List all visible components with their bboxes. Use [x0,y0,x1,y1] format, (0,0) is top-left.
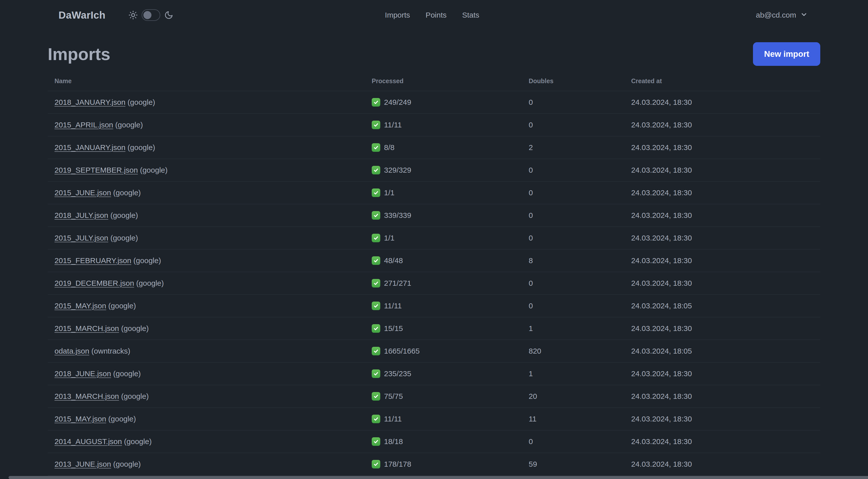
import-file-link[interactable]: 2018_JANUARY.json [55,98,125,106]
import-file-link[interactable]: 2014_AUGUST.json [55,437,122,446]
created-at-cell: 24.03.2024, 18:30 [624,317,820,340]
processed-count: 339/339 [384,211,411,220]
user-menu[interactable]: ab@cd.com [756,11,808,19]
created-at-cell: 24.03.2024, 18:30 [624,430,820,453]
theme-toggle-group [129,9,173,21]
processed-count: 15/15 [384,324,403,333]
import-file-link[interactable]: 2015_MAY.json [55,302,106,310]
import-source-label: (google) [113,188,141,197]
imports-table: Name Processed Doubles Created at 2018_J… [48,72,820,479]
table-row: 2015_MAY.json (google) 11/11 0 24.03.202… [48,295,820,317]
processed-cell: 339/339 [365,204,522,227]
import-file-link[interactable]: 2015_MARCH.json [55,324,119,332]
table-row: 2018_JUNE.json (google) 235/235 1 24.03.… [48,362,820,385]
import-source-label: (google) [133,256,161,265]
import-file-link[interactable]: 2015_JULY.json [55,234,108,242]
import-file-link[interactable]: 2015_MAY.json [55,415,106,423]
doubles-cell: 0 [522,204,624,227]
horizontal-scrollbar[interactable] [8,476,868,479]
success-check-icon [372,392,380,400]
import-file-link[interactable]: 2019_DECEMBER.json [55,279,134,287]
processed-count: 178/178 [384,460,411,469]
main-content: Imports New import Name Processed Double… [48,42,820,479]
doubles-cell: 0 [522,114,624,136]
toggle-knob [144,11,151,19]
success-check-icon [372,121,380,129]
doubles-cell: 0 [522,181,624,204]
processed-count: 235/235 [384,369,411,378]
processed-cell: 8/8 [365,136,522,159]
processed-cell: 15/15 [365,317,522,340]
doubles-cell: 2 [522,136,624,159]
name-cell: 2018_JULY.json (google) [48,204,365,227]
table-row: 2019_DECEMBER.json (google) 271/271 0 24… [48,272,820,295]
success-check-icon [372,347,380,355]
success-check-icon [372,369,380,378]
created-at-cell: 24.03.2024, 18:30 [624,408,820,430]
import-file-link[interactable]: 2015_FEBRUARY.json [55,256,131,265]
nav-link-imports[interactable]: Imports [385,11,410,19]
import-file-link[interactable]: 2013_MARCH.json [55,392,119,400]
processed-count: 11/11 [384,121,402,129]
sun-icon [129,10,137,20]
name-cell: 2015_JUNE.json (google) [48,181,365,204]
import-source-label: (google) [136,279,164,287]
processed-count: 8/8 [384,143,395,152]
imports-table-body: 2018_JANUARY.json (google) 249/249 0 24.… [48,91,820,479]
doubles-cell: 1 [522,317,624,340]
processed-cell: 271/271 [365,272,522,295]
created-at-cell: 24.03.2024, 18:30 [624,136,820,159]
import-file-link[interactable]: 2018_JULY.json [55,211,108,219]
processed-cell: 235/235 [365,362,522,385]
success-check-icon [372,460,380,469]
success-check-icon [372,188,380,197]
processed-count: 75/75 [384,392,403,400]
column-header-created-at: Created at [624,72,820,91]
import-file-link[interactable]: 2015_JUNE.json [55,188,111,197]
table-row: 2015_JULY.json (google) 1/1 0 24.03.2024… [48,227,820,249]
processed-cell: 11/11 [365,408,522,430]
processed-cell: 18/18 [365,430,522,453]
import-file-link[interactable]: 2019_SEPTEMBER.json [55,166,138,174]
nav-link-points[interactable]: Points [426,11,446,19]
processed-cell: 178/178 [365,453,522,476]
processed-cell: 1665/1665 [365,340,522,362]
import-file-link[interactable]: odata.json [55,347,89,355]
doubles-cell: 0 [522,272,624,295]
created-at-cell: 24.03.2024, 18:30 [624,204,820,227]
processed-count: 329/329 [384,166,411,174]
created-at-cell: 24.03.2024, 18:30 [624,91,820,114]
name-cell: 2015_FEBRUARY.json (google) [48,249,365,272]
name-cell: 2013_MARCH.json (google) [48,385,365,408]
import-source-label: (google) [110,234,138,242]
table-row: 2019_SEPTEMBER.json (google) 329/329 0 2… [48,159,820,181]
success-check-icon [372,211,380,220]
created-at-cell: 24.03.2024, 18:30 [624,227,820,249]
table-row: 2015_APRIL.json (google) 11/11 0 24.03.2… [48,114,820,136]
import-source-label: (google) [108,415,136,423]
name-cell: 2015_MAY.json (google) [48,295,365,317]
page-title: Imports [48,44,110,64]
import-file-link[interactable]: 2015_JANUARY.json [55,143,125,152]
nav-link-stats[interactable]: Stats [462,11,479,19]
created-at-cell: 24.03.2024, 18:30 [624,385,820,408]
doubles-cell: 0 [522,430,624,453]
import-file-link[interactable]: 2018_JUNE.json [55,369,111,378]
processed-count: 11/11 [384,302,402,310]
doubles-cell: 11 [522,408,624,430]
created-at-cell: 24.03.2024, 18:05 [624,340,820,362]
processed-count: 1665/1665 [384,347,420,355]
created-at-cell: 24.03.2024, 18:30 [624,453,820,476]
import-source-label: (google) [113,369,141,378]
doubles-cell: 0 [522,159,624,181]
import-source-label: (google) [140,166,167,174]
new-import-button[interactable]: New import [753,42,820,66]
app-logo: DaWarIch [59,9,105,21]
theme-toggle[interactable] [142,9,160,21]
name-cell: 2015_JANUARY.json (google) [48,136,365,159]
created-at-cell: 24.03.2024, 18:05 [624,295,820,317]
import-file-link[interactable]: 2015_APRIL.json [55,121,113,129]
success-check-icon [372,256,380,265]
import-file-link[interactable]: 2013_JUNE.json [55,460,111,468]
created-at-cell: 24.03.2024, 18:30 [624,272,820,295]
